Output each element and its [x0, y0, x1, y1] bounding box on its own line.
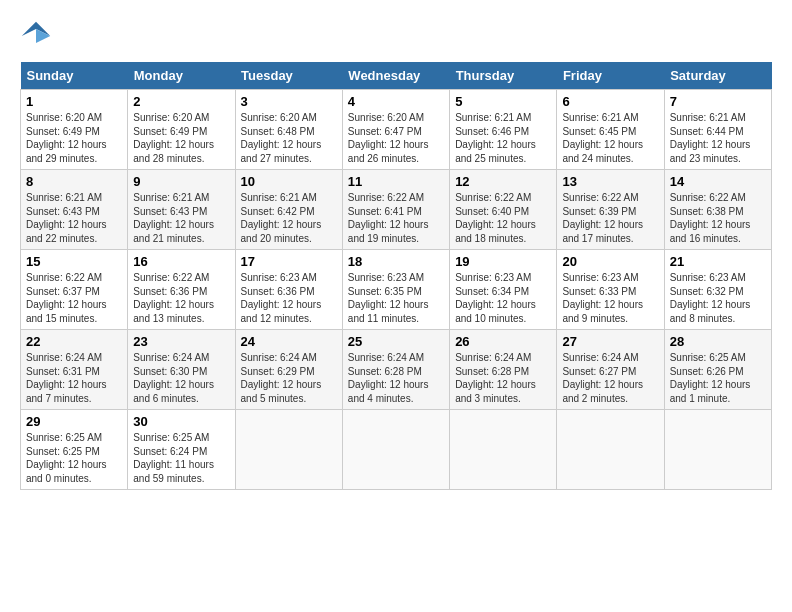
day-number: 1 [26, 94, 122, 109]
calendar-cell: 1Sunrise: 6:20 AMSunset: 6:49 PMDaylight… [21, 90, 128, 170]
day-content: Sunrise: 6:22 AMSunset: 6:39 PMDaylight:… [562, 191, 658, 245]
calendar-cell: 3Sunrise: 6:20 AMSunset: 6:48 PMDaylight… [235, 90, 342, 170]
calendar-cell: 8Sunrise: 6:21 AMSunset: 6:43 PMDaylight… [21, 170, 128, 250]
calendar-cell: 28Sunrise: 6:25 AMSunset: 6:26 PMDayligh… [664, 330, 771, 410]
week-row-5: 29Sunrise: 6:25 AMSunset: 6:25 PMDayligh… [21, 410, 772, 490]
day-content: Sunrise: 6:23 AMSunset: 6:36 PMDaylight:… [241, 271, 337, 325]
calendar-cell: 20Sunrise: 6:23 AMSunset: 6:33 PMDayligh… [557, 250, 664, 330]
day-number: 23 [133, 334, 229, 349]
day-number: 12 [455, 174, 551, 189]
logo-icon [20, 20, 52, 52]
calendar-cell: 9Sunrise: 6:21 AMSunset: 6:43 PMDaylight… [128, 170, 235, 250]
week-row-4: 22Sunrise: 6:24 AMSunset: 6:31 PMDayligh… [21, 330, 772, 410]
day-number: 6 [562, 94, 658, 109]
day-number: 25 [348, 334, 444, 349]
calendar-cell: 22Sunrise: 6:24 AMSunset: 6:31 PMDayligh… [21, 330, 128, 410]
day-number: 14 [670, 174, 766, 189]
day-number: 18 [348, 254, 444, 269]
day-number: 29 [26, 414, 122, 429]
calendar-cell [235, 410, 342, 490]
calendar-cell: 24Sunrise: 6:24 AMSunset: 6:29 PMDayligh… [235, 330, 342, 410]
day-content: Sunrise: 6:21 AMSunset: 6:44 PMDaylight:… [670, 111, 766, 165]
calendar-cell [664, 410, 771, 490]
calendar-cell [342, 410, 449, 490]
calendar-cell: 14Sunrise: 6:22 AMSunset: 6:38 PMDayligh… [664, 170, 771, 250]
day-number: 16 [133, 254, 229, 269]
day-content: Sunrise: 6:23 AMSunset: 6:35 PMDaylight:… [348, 271, 444, 325]
day-content: Sunrise: 6:22 AMSunset: 6:37 PMDaylight:… [26, 271, 122, 325]
weekday-header-row: SundayMondayTuesdayWednesdayThursdayFrid… [21, 62, 772, 90]
calendar-cell: 11Sunrise: 6:22 AMSunset: 6:41 PMDayligh… [342, 170, 449, 250]
day-content: Sunrise: 6:22 AMSunset: 6:36 PMDaylight:… [133, 271, 229, 325]
day-content: Sunrise: 6:24 AMSunset: 6:31 PMDaylight:… [26, 351, 122, 405]
weekday-header-thursday: Thursday [450, 62, 557, 90]
calendar-cell [450, 410, 557, 490]
day-number: 3 [241, 94, 337, 109]
weekday-header-saturday: Saturday [664, 62, 771, 90]
calendar-cell: 7Sunrise: 6:21 AMSunset: 6:44 PMDaylight… [664, 90, 771, 170]
weekday-header-monday: Monday [128, 62, 235, 90]
week-row-2: 8Sunrise: 6:21 AMSunset: 6:43 PMDaylight… [21, 170, 772, 250]
day-content: Sunrise: 6:21 AMSunset: 6:42 PMDaylight:… [241, 191, 337, 245]
day-content: Sunrise: 6:25 AMSunset: 6:24 PMDaylight:… [133, 431, 229, 485]
day-number: 13 [562, 174, 658, 189]
day-content: Sunrise: 6:24 AMSunset: 6:29 PMDaylight:… [241, 351, 337, 405]
day-content: Sunrise: 6:22 AMSunset: 6:38 PMDaylight:… [670, 191, 766, 245]
weekday-header-tuesday: Tuesday [235, 62, 342, 90]
day-content: Sunrise: 6:25 AMSunset: 6:25 PMDaylight:… [26, 431, 122, 485]
calendar-cell: 13Sunrise: 6:22 AMSunset: 6:39 PMDayligh… [557, 170, 664, 250]
calendar-cell: 27Sunrise: 6:24 AMSunset: 6:27 PMDayligh… [557, 330, 664, 410]
calendar-cell: 2Sunrise: 6:20 AMSunset: 6:49 PMDaylight… [128, 90, 235, 170]
day-content: Sunrise: 6:23 AMSunset: 6:32 PMDaylight:… [670, 271, 766, 325]
calendar-cell: 17Sunrise: 6:23 AMSunset: 6:36 PMDayligh… [235, 250, 342, 330]
day-content: Sunrise: 6:20 AMSunset: 6:47 PMDaylight:… [348, 111, 444, 165]
calendar-cell: 4Sunrise: 6:20 AMSunset: 6:47 PMDaylight… [342, 90, 449, 170]
calendar-cell [557, 410, 664, 490]
day-number: 11 [348, 174, 444, 189]
calendar-cell: 12Sunrise: 6:22 AMSunset: 6:40 PMDayligh… [450, 170, 557, 250]
day-content: Sunrise: 6:20 AMSunset: 6:49 PMDaylight:… [133, 111, 229, 165]
day-number: 19 [455, 254, 551, 269]
calendar-cell: 6Sunrise: 6:21 AMSunset: 6:45 PMDaylight… [557, 90, 664, 170]
day-number: 5 [455, 94, 551, 109]
day-content: Sunrise: 6:24 AMSunset: 6:28 PMDaylight:… [348, 351, 444, 405]
day-content: Sunrise: 6:21 AMSunset: 6:45 PMDaylight:… [562, 111, 658, 165]
day-content: Sunrise: 6:22 AMSunset: 6:40 PMDaylight:… [455, 191, 551, 245]
day-content: Sunrise: 6:21 AMSunset: 6:46 PMDaylight:… [455, 111, 551, 165]
day-content: Sunrise: 6:21 AMSunset: 6:43 PMDaylight:… [133, 191, 229, 245]
logo [20, 20, 58, 52]
day-content: Sunrise: 6:20 AMSunset: 6:48 PMDaylight:… [241, 111, 337, 165]
calendar-cell: 16Sunrise: 6:22 AMSunset: 6:36 PMDayligh… [128, 250, 235, 330]
calendar-cell: 26Sunrise: 6:24 AMSunset: 6:28 PMDayligh… [450, 330, 557, 410]
calendar-cell: 29Sunrise: 6:25 AMSunset: 6:25 PMDayligh… [21, 410, 128, 490]
calendar-cell: 23Sunrise: 6:24 AMSunset: 6:30 PMDayligh… [128, 330, 235, 410]
weekday-header-wednesday: Wednesday [342, 62, 449, 90]
day-number: 21 [670, 254, 766, 269]
day-content: Sunrise: 6:22 AMSunset: 6:41 PMDaylight:… [348, 191, 444, 245]
day-content: Sunrise: 6:23 AMSunset: 6:34 PMDaylight:… [455, 271, 551, 325]
day-number: 24 [241, 334, 337, 349]
day-content: Sunrise: 6:23 AMSunset: 6:33 PMDaylight:… [562, 271, 658, 325]
day-content: Sunrise: 6:24 AMSunset: 6:28 PMDaylight:… [455, 351, 551, 405]
weekday-header-friday: Friday [557, 62, 664, 90]
calendar-cell: 18Sunrise: 6:23 AMSunset: 6:35 PMDayligh… [342, 250, 449, 330]
day-number: 26 [455, 334, 551, 349]
day-content: Sunrise: 6:21 AMSunset: 6:43 PMDaylight:… [26, 191, 122, 245]
day-number: 7 [670, 94, 766, 109]
day-number: 27 [562, 334, 658, 349]
calendar-cell: 21Sunrise: 6:23 AMSunset: 6:32 PMDayligh… [664, 250, 771, 330]
calendar-cell: 19Sunrise: 6:23 AMSunset: 6:34 PMDayligh… [450, 250, 557, 330]
calendar-cell: 5Sunrise: 6:21 AMSunset: 6:46 PMDaylight… [450, 90, 557, 170]
week-row-3: 15Sunrise: 6:22 AMSunset: 6:37 PMDayligh… [21, 250, 772, 330]
day-number: 2 [133, 94, 229, 109]
day-number: 22 [26, 334, 122, 349]
calendar-table: SundayMondayTuesdayWednesdayThursdayFrid… [20, 62, 772, 490]
day-number: 4 [348, 94, 444, 109]
day-number: 17 [241, 254, 337, 269]
week-row-1: 1Sunrise: 6:20 AMSunset: 6:49 PMDaylight… [21, 90, 772, 170]
day-content: Sunrise: 6:24 AMSunset: 6:27 PMDaylight:… [562, 351, 658, 405]
page-header [20, 20, 772, 52]
day-number: 8 [26, 174, 122, 189]
calendar-cell: 15Sunrise: 6:22 AMSunset: 6:37 PMDayligh… [21, 250, 128, 330]
day-number: 10 [241, 174, 337, 189]
